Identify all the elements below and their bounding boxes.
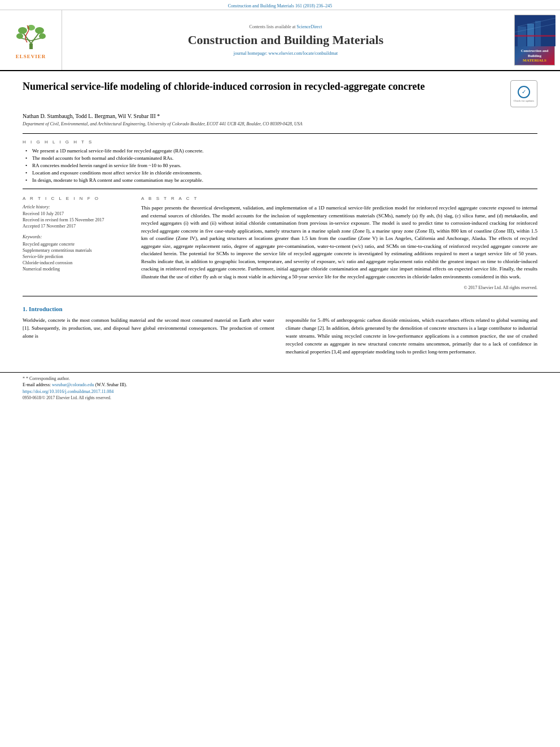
article-info-abstract-row: A R T I C L E I N F O Article history: R… bbox=[23, 196, 537, 290]
intro-text-right: responsible for 5–8% of anthropogenic ca… bbox=[286, 317, 537, 355]
journal-bar: Construction and Building Materials 161 … bbox=[0, 0, 560, 10]
check-circle-icon: ✓ bbox=[518, 86, 530, 98]
keywords-label: Keywords: bbox=[23, 234, 130, 239]
page-footer: * * Corresponding author. E-mail address… bbox=[0, 372, 560, 404]
intro-col-right: responsible for 5–8% of anthropogenic ca… bbox=[286, 317, 537, 356]
divider-3 bbox=[23, 296, 537, 296]
intro-col-left: Worldwide, concrete is the most common b… bbox=[23, 317, 274, 356]
svg-rect-14 bbox=[542, 29, 552, 46]
svg-rect-0 bbox=[29, 43, 33, 49]
keyword-1: Recycled aggregate concrete bbox=[23, 242, 130, 247]
affiliation-line: Department of Civil, Environmental, and … bbox=[23, 121, 537, 126]
article-info-label: A R T I C L E I N F O bbox=[23, 196, 130, 201]
highlight-item: The model accounts for both normal and c… bbox=[25, 155, 537, 161]
keyword-3: Service-life prediction bbox=[23, 254, 130, 259]
svg-rect-13 bbox=[535, 21, 541, 46]
email-address[interactable]: wsrubar@colorado.edu bbox=[52, 382, 94, 387]
journal-homepage: journal homepage: www.elsevier.com/locat… bbox=[234, 51, 338, 56]
cover-materials-text: MATERIALS bbox=[517, 58, 552, 63]
intro-title: 1. Introduction bbox=[23, 305, 537, 312]
svg-line-2 bbox=[31, 32, 40, 43]
main-content: Numerical service-life modeling of chlor… bbox=[0, 71, 560, 365]
journal-title: Construction and Building Materials bbox=[188, 33, 384, 47]
svg-point-8 bbox=[39, 33, 46, 39]
header-center: Contents lists available at ScienceDirec… bbox=[62, 10, 509, 70]
divider-1 bbox=[23, 133, 537, 134]
journal-citation: Construction and Building Materials 161 … bbox=[228, 3, 332, 8]
issn-line: 0950-0618/© 2017 Elsevier Ltd. All right… bbox=[23, 395, 537, 400]
sciencedirect-prefix: Contents lists available at bbox=[250, 24, 296, 29]
email-person: (W.V. Srubar III). bbox=[95, 382, 127, 387]
footnote-text: * Corresponding author. bbox=[26, 376, 70, 381]
checkmark-icon: ✓ bbox=[522, 89, 526, 95]
elsevier-label: ELSEVIER bbox=[16, 54, 46, 59]
copyright-line: © 2017 Elsevier Ltd. All rights reserved… bbox=[141, 285, 537, 290]
check-label: Check for updates bbox=[514, 99, 534, 102]
abstract-column: A B S T R A C T This paper presents the … bbox=[141, 196, 537, 290]
cover-title-text: Construction and Building bbox=[517, 49, 552, 58]
homepage-url[interactable]: www.elsevier.com/locate/conbuildmat bbox=[269, 51, 338, 56]
authors-text: Nathan D. Stambaugh, Todd L. Bergman, Wi… bbox=[23, 113, 160, 119]
sciencedirect-link[interactable]: ScienceDirect bbox=[297, 24, 322, 29]
highlight-item: In design, moderate to high RA content a… bbox=[25, 177, 537, 183]
corresponding-author-note: * * Corresponding author. bbox=[23, 376, 537, 381]
sciencedirect-line: Contents lists available at ScienceDirec… bbox=[250, 24, 322, 29]
history-revised: Received in revised form 15 November 201… bbox=[23, 217, 130, 222]
elsevier-logo: ELSEVIER bbox=[11, 21, 51, 59]
history-received: Received 10 July 2017 bbox=[23, 211, 130, 216]
cover-image-svg bbox=[515, 15, 555, 46]
abstract-label: A B S T R A C T bbox=[141, 196, 537, 201]
elsevier-logo-area: ELSEVIER bbox=[0, 10, 62, 70]
email-line: E-mail address: wsrubar@colorado.edu (W.… bbox=[23, 382, 537, 387]
page: Construction and Building Materials 161 … bbox=[0, 0, 560, 747]
svg-point-7 bbox=[16, 33, 23, 39]
article-title-row: Numerical service-life modeling of chlor… bbox=[23, 80, 537, 107]
doi-link[interactable]: https://doi.org/10.1016/j.conbuildmat.20… bbox=[23, 389, 537, 394]
introduction-section: 1. Introduction Worldwide, concrete is t… bbox=[23, 305, 537, 356]
svg-rect-15 bbox=[515, 35, 555, 37]
authors-line: Nathan D. Stambaugh, Todd L. Bergman, Wi… bbox=[23, 113, 537, 119]
keyword-2: Supplementary cementitious materials bbox=[23, 248, 130, 253]
highlight-item: RA concretes modeled herein ranged in se… bbox=[25, 163, 537, 168]
email-label: E-mail address: bbox=[23, 382, 51, 387]
svg-point-5 bbox=[18, 27, 27, 34]
check-for-updates-badge: ✓ Check for updates bbox=[510, 80, 537, 107]
homepage-prefix: journal homepage: bbox=[234, 51, 268, 56]
header-right: Construction and Building MATERIALS bbox=[509, 10, 560, 70]
highlight-item: Location and exposure conditions most af… bbox=[25, 170, 537, 176]
history-label: Article history: bbox=[23, 204, 130, 209]
journal-cover-image: Construction and Building MATERIALS bbox=[514, 15, 555, 65]
highlight-item: We present a 1D numerical service-life m… bbox=[25, 148, 537, 154]
svg-point-6 bbox=[35, 27, 44, 34]
history-accepted: Accepted 17 November 2017 bbox=[23, 224, 130, 229]
divider-2 bbox=[23, 189, 537, 189]
intro-text-left: Worldwide, concrete is the most common b… bbox=[23, 317, 274, 339]
article-info-column: A R T I C L E I N F O Article history: R… bbox=[23, 196, 130, 290]
abstract-text: This paper presents the theoretical deve… bbox=[141, 204, 537, 281]
elsevier-tree-icon bbox=[11, 21, 51, 52]
highlights-list: We present a 1D numerical service-life m… bbox=[23, 148, 537, 183]
highlights-label: H I G H L I G H T S bbox=[23, 139, 537, 145]
keyword-4: Chloride-induced corrosion bbox=[23, 260, 130, 265]
keywords-section: Keywords: Recycled aggregate concrete Su… bbox=[23, 234, 130, 272]
intro-columns: Worldwide, concrete is the most common b… bbox=[23, 317, 537, 356]
journal-header: ELSEVIER Contents lists available at Sci… bbox=[0, 10, 560, 71]
article-title: Numerical service-life modeling of chlor… bbox=[23, 80, 502, 93]
keyword-5: Numerical modeling bbox=[23, 267, 130, 272]
